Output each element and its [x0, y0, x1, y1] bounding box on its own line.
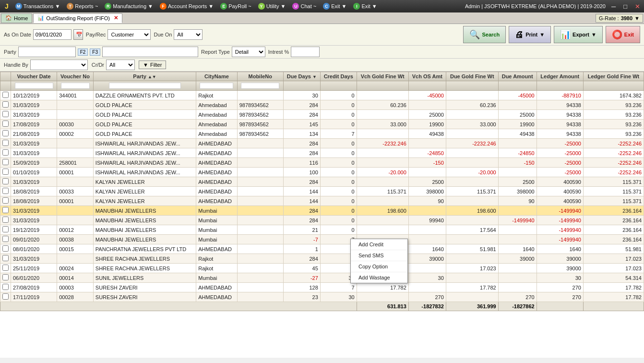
export-button[interactable]: 📊 Export ▼: [554, 26, 603, 43]
row-checkbox[interactable]: [0, 254, 11, 264]
tab-outstanding[interactable]: 📊 OutStanding Report (FIFO) ✕: [33, 13, 122, 23]
table-row[interactable]: 10/12/2019 344001 DAZZLE ORNAMENTS PVT. …: [0, 91, 644, 100]
row-checkbox[interactable]: [0, 100, 11, 110]
table-row[interactable]: 17/08/2019 00030 GOLD PALACE Ahmedabad 9…: [0, 120, 644, 129]
filter-mobile[interactable]: [241, 83, 279, 89]
table-row[interactable]: 31/03/2019 GOLD PALACE Ahmedabad 9878934…: [0, 100, 644, 110]
context-add-wastage[interactable]: Add Wastage: [351, 272, 407, 283]
table-row[interactable]: 06/01/2020 00014 SUNIL JEWELLERS Mumbai …: [0, 273, 644, 283]
report-type-select[interactable]: Detail Summary: [232, 47, 265, 57]
row-checkbox[interactable]: [0, 216, 11, 225]
table-row[interactable]: 31/03/2019 KALYAN JEWELLER AHMEDABAD 284…: [0, 177, 644, 187]
table-row[interactable]: 31/03/2019 GOLD PALACE Ahmedabad 9878934…: [0, 110, 644, 120]
search-button[interactable]: 🔍 Search: [463, 26, 506, 43]
row-checkbox[interactable]: [0, 225, 11, 235]
row-checkbox[interactable]: [0, 120, 11, 129]
filter-vno[interactable]: [61, 83, 90, 89]
col-credit-days[interactable]: Credit Days: [320, 72, 357, 81]
maximize-button[interactable]: □: [621, 3, 629, 10]
table-row[interactable]: 31/03/2019 MANUBHAI JEWELLERS Mumbai 284…: [0, 216, 644, 225]
handle-by-select[interactable]: [30, 60, 88, 70]
menu-reports[interactable]: R Manufacturing ▼: [102, 2, 156, 11]
table-row[interactable]: 31/03/2019 ISHWARLAL HARJIVANDAS JEW... …: [0, 139, 644, 148]
table-row[interactable]: 19/12/2019 00012 MANUBHAI JEWELLERS Mumb…: [0, 225, 644, 235]
col-voucher-no[interactable]: Voucher No: [57, 72, 94, 81]
menu-chat[interactable]: C Exit ▼: [320, 2, 349, 11]
row-checkbox[interactable]: [0, 206, 11, 216]
row-checkbox[interactable]: [0, 129, 11, 139]
menu-transactions[interactable]: T Reports ~: [64, 2, 101, 11]
table-row[interactable]: 18/08/2019 00033 KALYAN JEWELLER AHMEDAB…: [0, 187, 644, 196]
exit-button[interactable]: ⭕ Exit: [606, 26, 640, 43]
context-copy-option[interactable]: Copy Option: [351, 261, 407, 272]
col-due-days[interactable]: Due Days ▼: [283, 72, 320, 81]
filter-city[interactable]: [200, 83, 233, 89]
cr-dr-select[interactable]: All Cr Dr: [106, 60, 135, 70]
tab-close-button[interactable]: ✕: [114, 15, 118, 21]
table-row[interactable]: 08/01/2020 00015 PANCHRATNA JEWELLERS PV…: [0, 244, 644, 254]
col-ledger-gold[interactable]: Ledger Gold Fine Wt: [583, 72, 644, 81]
filter-button[interactable]: ▼ Filter: [139, 60, 166, 69]
due-on-select[interactable]: All: [174, 29, 203, 40]
row-checkbox[interactable]: [0, 283, 11, 292]
interest-input[interactable]: [291, 47, 320, 57]
table-row[interactable]: 17/11/2019 00028 SURESH ZAVERI AHMEDABAD…: [0, 292, 644, 302]
context-send-sms[interactable]: Send SMS: [351, 250, 407, 261]
col-vch-gold[interactable]: Vch Gold Fine Wt: [357, 72, 408, 81]
print-button[interactable]: 🖨 Print ▼: [509, 26, 551, 43]
col-due-gold[interactable]: Due Gold Fine Wt: [446, 72, 498, 81]
table-row[interactable]: 15/09/2019 258001 ISHWARLAL HARJIVANDAS …: [0, 158, 644, 168]
row-checkbox[interactable]: [0, 292, 11, 302]
close-button[interactable]: ✕: [633, 3, 642, 10]
print-dropdown[interactable]: ▼: [539, 32, 545, 37]
col-ledger-amount[interactable]: Ledger Amount: [537, 72, 583, 81]
row-checkbox[interactable]: [0, 110, 11, 120]
party-input[interactable]: [18, 47, 76, 57]
row-checkbox[interactable]: [0, 91, 11, 100]
table-container[interactable]: Voucher Date Voucher No Party ▲▼ CityNam…: [0, 72, 644, 358]
menu-account-reports[interactable]: E PayRoll ~: [217, 2, 254, 11]
f3-button[interactable]: F3: [90, 48, 100, 56]
row-checkbox[interactable]: [0, 168, 11, 177]
row-checkbox[interactable]: [0, 148, 11, 158]
f2-button[interactable]: F2: [78, 48, 88, 56]
menu-payroll[interactable]: Y Utility ▼: [255, 2, 289, 11]
as-on-date-input[interactable]: [33, 29, 72, 40]
row-checkbox[interactable]: [0, 196, 11, 206]
row-checkbox[interactable]: [0, 235, 11, 244]
menu-manufacturing[interactable]: F Account Reports ▼: [157, 2, 216, 11]
filter-party[interactable]: [109, 83, 181, 89]
minimize-button[interactable]: ─: [609, 3, 618, 10]
row-checkbox[interactable]: [0, 264, 11, 273]
table-row[interactable]: 25/11/2019 00024 SHREE RACHNA JEWELLERS …: [0, 264, 644, 273]
row-checkbox[interactable]: [0, 187, 11, 196]
calendar-button[interactable]: 📅: [73, 29, 83, 40]
col-due-amount[interactable]: Due Amount: [498, 72, 537, 81]
table-row[interactable]: 01/10/2019 00001 ISHWARLAL HARJIVANDAS J…: [0, 168, 644, 177]
row-checkbox[interactable]: [0, 177, 11, 187]
table-row[interactable]: 31/03/2019 MANUBHAI JEWELLERS Mumbai 284…: [0, 206, 644, 216]
tab-home[interactable]: 🏠 Home: [1, 13, 32, 23]
col-vch-os-amt[interactable]: Vch OS Amt: [408, 72, 446, 81]
table-row[interactable]: 31/03/2019 ISHWARLAL HARJIVANDAS JEW... …: [0, 148, 644, 158]
party-name-input[interactable]: [102, 47, 198, 57]
table-row[interactable]: 27/08/2019 00003 SURESH ZAVERI AHMEDABAD…: [0, 283, 644, 292]
col-city[interactable]: CityName: [196, 72, 237, 81]
pay-rec-select[interactable]: Customer Supplier: [107, 29, 151, 40]
menu-master[interactable]: M Transactions ▼: [12, 2, 63, 11]
context-add-credit[interactable]: Add Credit: [351, 239, 407, 250]
menu-utility[interactable]: U Chat ~: [289, 2, 319, 11]
table-row[interactable]: 31/03/2019 SHREE RACHNA JEWELLERS Rajkot…: [0, 254, 644, 264]
row-checkbox[interactable]: [0, 158, 11, 168]
table-row[interactable]: 21/08/2019 00002 GOLD PALACE Ahmedabad 9…: [0, 129, 644, 139]
table-row[interactable]: 09/01/2020 00038 MANUBHAI JEWELLERS Mumb…: [0, 235, 644, 244]
col-party[interactable]: Party ▲▼: [93, 72, 196, 81]
grate-dropdown[interactable]: ▼: [634, 15, 640, 21]
col-voucher-date[interactable]: Voucher Date: [11, 72, 57, 81]
row-checkbox[interactable]: [0, 244, 11, 254]
row-checkbox[interactable]: [0, 273, 11, 283]
col-mobile[interactable]: MobileNo: [237, 72, 283, 81]
row-checkbox[interactable]: [0, 139, 11, 148]
table-row[interactable]: 18/08/2019 00001 KALYAN JEWELLER AHMEDAB…: [0, 196, 644, 206]
menu-exit[interactable]: I Exit ▼: [350, 2, 380, 11]
